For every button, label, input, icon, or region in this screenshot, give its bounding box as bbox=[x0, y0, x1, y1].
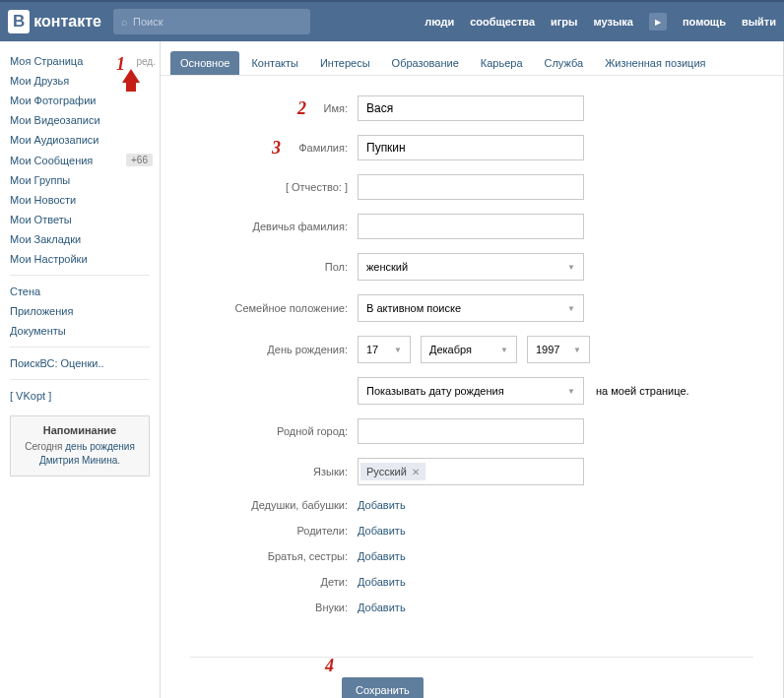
status-label: Семейное положение: bbox=[190, 302, 358, 314]
add-siblings[interactable]: Добавить bbox=[358, 550, 406, 562]
chevron-down-icon: ▼ bbox=[500, 346, 508, 354]
patronym-input[interactable] bbox=[358, 174, 584, 200]
logo-text: контакте bbox=[33, 13, 101, 31]
lang-input[interactable]: Русский✕ bbox=[358, 458, 584, 485]
lang-tag: Русский✕ bbox=[360, 463, 425, 480]
sidebar-item-vkopt[interactable]: [ VKopt ] bbox=[10, 390, 51, 402]
bday-day-select[interactable]: 17▼ bbox=[358, 336, 411, 363]
hometown-label: Родной город: bbox=[190, 425, 358, 437]
nav-people[interactable]: люди bbox=[425, 16, 454, 28]
chevron-down-icon: ▼ bbox=[567, 304, 575, 313]
parents-label: Родители: bbox=[190, 525, 358, 537]
siblings-label: Братья, сестры: bbox=[190, 550, 358, 562]
reminder-name[interactable]: Дмитрия Минина bbox=[39, 455, 117, 466]
name-input[interactable] bbox=[358, 95, 584, 121]
arrow-up-icon bbox=[122, 69, 140, 83]
header: B контакте ⌕ люди сообщества игры музыка… bbox=[0, 0, 784, 41]
status-select[interactable]: В активном поиске▼ bbox=[358, 294, 584, 322]
reminder-link[interactable]: день рождения bbox=[65, 441, 135, 452]
gender-label: Пол: bbox=[190, 261, 358, 273]
nav-communities[interactable]: сообщества bbox=[470, 16, 535, 28]
main: Основное Контакты Интересы Образование К… bbox=[160, 41, 784, 698]
surname-input[interactable] bbox=[358, 135, 584, 160]
nav-exit[interactable]: выйти bbox=[742, 16, 776, 28]
search-icon: ⌕ bbox=[121, 16, 128, 28]
chevron-down-icon: ▼ bbox=[573, 346, 581, 354]
reminder-title: Напоминание bbox=[19, 424, 141, 436]
bday-month-select[interactable]: Декабря▼ bbox=[421, 336, 517, 363]
add-children[interactable]: Добавить bbox=[358, 576, 406, 588]
tab-basic[interactable]: Основное bbox=[170, 51, 239, 75]
nav-games[interactable]: игры bbox=[551, 16, 577, 28]
sidebar-item-news[interactable]: Мои Новости bbox=[10, 194, 76, 206]
tab-contacts[interactable]: Контакты bbox=[241, 51, 308, 75]
bday-aside: на моей странице. bbox=[596, 385, 689, 397]
sidebar-item-bookmarks[interactable]: Мои Закладки bbox=[10, 233, 81, 245]
grandparents-label: Дедушки, бабушки: bbox=[190, 499, 358, 511]
chevron-down-icon: ▼ bbox=[567, 387, 575, 396]
bday-year-select[interactable]: 1997▼ bbox=[527, 336, 590, 363]
maiden-label: Девичья фамилия: bbox=[190, 221, 358, 232]
edit-link[interactable]: ред. bbox=[136, 56, 156, 67]
tab-career[interactable]: Карьера bbox=[471, 51, 533, 75]
sidebar-item-friends[interactable]: Мои Друзья bbox=[10, 75, 69, 87]
divider bbox=[10, 347, 150, 348]
tab-position[interactable]: Жизненная позиция bbox=[595, 51, 715, 75]
chevron-down-icon: ▼ bbox=[567, 263, 575, 272]
reminder-box: Напоминание Сегодня день рождения Дмитри… bbox=[10, 415, 150, 476]
sidebar-item-mypage[interactable]: Моя Страница bbox=[10, 55, 83, 67]
reminder-body: Сегодня день рождения Дмитрия Минина. bbox=[19, 440, 141, 468]
tabs: Основное Контакты Интересы Образование К… bbox=[161, 41, 783, 76]
sidebar-item-audio[interactable]: Мои Аудиозаписи bbox=[10, 134, 98, 146]
logo-icon: B bbox=[8, 10, 30, 33]
sidebar-item-messages[interactable]: Мои Сообщения bbox=[10, 155, 93, 166]
bday-label: День рождения: bbox=[190, 344, 358, 355]
edit-form: Имя: Фамилия: [ Отчество: ] Девичья фами… bbox=[161, 76, 783, 647]
patronym-label[interactable]: [ Отчество: ] bbox=[190, 181, 358, 193]
nav-help[interactable]: помощь bbox=[683, 16, 726, 28]
search-box[interactable]: ⌕ bbox=[113, 9, 310, 34]
grandchildren-label: Внуки: bbox=[190, 602, 358, 613]
maiden-input[interactable] bbox=[358, 214, 584, 239]
sidebar-item-searchvs[interactable]: ПоискВС: Оценки.. bbox=[10, 357, 104, 369]
logo[interactable]: B контакте bbox=[8, 10, 101, 33]
tab-education[interactable]: Образование bbox=[382, 51, 469, 75]
sidebar: Моя Страницаред. Мои Друзья Мои Фотограф… bbox=[0, 41, 160, 698]
close-icon[interactable]: ✕ bbox=[412, 467, 420, 477]
add-grandchildren[interactable]: Добавить bbox=[358, 602, 406, 613]
messages-badge: +66 bbox=[126, 154, 153, 166]
tab-interests[interactable]: Интересы bbox=[310, 51, 380, 75]
divider bbox=[10, 379, 150, 380]
tab-service[interactable]: Служба bbox=[535, 51, 594, 75]
sidebar-item-videos[interactable]: Мои Видеозаписи bbox=[10, 114, 100, 126]
add-parents[interactable]: Добавить bbox=[358, 525, 406, 537]
sidebar-item-docs[interactable]: Документы bbox=[10, 325, 66, 337]
lang-label: Языки: bbox=[190, 466, 358, 477]
gender-select[interactable]: женский▼ bbox=[358, 253, 584, 281]
sidebar-item-settings[interactable]: Мои Настройки bbox=[10, 253, 88, 265]
sidebar-item-answers[interactable]: Мои Ответы bbox=[10, 214, 72, 225]
search-input[interactable] bbox=[133, 16, 302, 28]
sidebar-item-wall[interactable]: Стена bbox=[10, 286, 40, 297]
sidebar-item-groups[interactable]: Мои Группы bbox=[10, 174, 70, 186]
surname-label: Фамилия: bbox=[190, 142, 358, 154]
sidebar-item-apps[interactable]: Приложения bbox=[10, 305, 73, 317]
chevron-down-icon: ▼ bbox=[394, 346, 402, 354]
name-label: Имя: bbox=[190, 102, 358, 114]
divider bbox=[10, 275, 150, 276]
children-label: Дети: bbox=[190, 576, 358, 588]
hometown-input[interactable] bbox=[358, 418, 584, 444]
save-button[interactable]: Сохранить bbox=[342, 677, 424, 698]
play-icon[interactable]: ▶ bbox=[649, 13, 667, 31]
add-grandparents[interactable]: Добавить bbox=[358, 499, 406, 511]
bday-show-select[interactable]: Показывать дату рождения▼ bbox=[358, 377, 584, 405]
nav-music[interactable]: музыка bbox=[593, 16, 632, 28]
top-nav: люди сообщества игры музыка ▶ помощь вый… bbox=[425, 13, 776, 31]
sidebar-item-photos[interactable]: Мои Фотографии bbox=[10, 95, 96, 106]
